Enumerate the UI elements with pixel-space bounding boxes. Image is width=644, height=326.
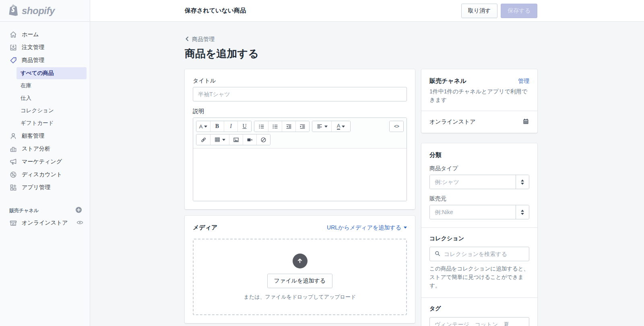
caret-down-icon xyxy=(521,183,524,185)
bold-button[interactable]: B xyxy=(210,121,224,132)
sidebar-item-marketing[interactable]: マーケティング xyxy=(0,155,90,168)
sidebar: ホーム 注文管理 商品管理 すべての商品 在庫 仕入 コレクション ギフトカード xyxy=(0,22,90,326)
view-store-eye-icon[interactable] xyxy=(76,220,83,227)
media-card: メディア URLからメディアを追加する ファイルを追加する または、ファイルをド… xyxy=(185,216,415,323)
product-type-combobox xyxy=(429,175,529,189)
sidebar-subitem-transfers[interactable]: 仕入 xyxy=(17,92,87,104)
chevron-down-icon xyxy=(204,126,207,128)
vendor-input[interactable] xyxy=(430,205,516,219)
indent-icon xyxy=(299,123,306,130)
collections-searchbox xyxy=(429,247,529,261)
sidebar-item-home[interactable]: ホーム xyxy=(0,28,90,41)
schedule-calendar-icon[interactable] xyxy=(522,118,529,126)
sales-channels-section: 販売チャネル xyxy=(0,204,90,217)
indent-button[interactable] xyxy=(295,121,309,132)
media-title: メディア xyxy=(193,224,217,231)
chevron-down-icon xyxy=(404,227,407,229)
tags-label: タグ xyxy=(429,305,441,312)
discounts-icon xyxy=(9,171,17,179)
alignment-button[interactable] xyxy=(312,121,331,132)
shopify-logo[interactable]: shopify xyxy=(0,0,90,21)
outdent-button[interactable] xyxy=(282,121,295,132)
clear-formatting-button[interactable] xyxy=(256,134,270,145)
discard-button[interactable]: 取り消す xyxy=(461,4,498,18)
add-files-button[interactable]: ファイルを追加する xyxy=(267,274,332,288)
underline-button[interactable]: U xyxy=(237,121,251,132)
sidebar-item-analytics[interactable]: ストア分析 xyxy=(0,142,90,155)
caret-up-icon xyxy=(521,210,524,212)
sales-channels-title: 販売チャネル xyxy=(429,77,466,85)
sales-channels-card: 販売チャネル 管理 1件中1件のチャネルとアプリで利用できます オンラインストア xyxy=(421,69,537,133)
numbered-list-button[interactable] xyxy=(268,121,282,132)
insert-image-button[interactable] xyxy=(229,134,243,145)
sidebar-item-apps[interactable]: アプリ管理 xyxy=(0,181,90,194)
insert-table-button[interactable] xyxy=(210,134,229,145)
link-icon xyxy=(200,136,207,143)
product-type-label: 商品タイプ xyxy=(429,165,529,172)
chevron-down-icon xyxy=(222,139,225,141)
sidebar-subitem-collections[interactable]: コレクション xyxy=(17,105,87,117)
vendor-combobox xyxy=(429,205,529,219)
sidebar-item-label: オンラインストア xyxy=(22,219,68,227)
bulleted-list-button[interactable] xyxy=(254,121,268,132)
products-tag-icon xyxy=(9,56,17,64)
description-label: 説明 xyxy=(193,108,407,115)
sales-channels-availability: 1件中1件のチャネルとアプリで利用できます xyxy=(429,87,529,104)
sidebar-item-discounts[interactable]: ディスカウント xyxy=(0,168,90,181)
sidebar-subitem-all-products[interactable]: すべての商品 xyxy=(17,67,87,79)
collections-help-text: この商品をコレクションに追加すると、ストアで簡単に見つけることができます。 xyxy=(429,265,529,290)
breadcrumb[interactable]: 商品管理 xyxy=(185,36,215,43)
page-title: 商品を追加する xyxy=(185,47,644,61)
sidebar-subitem-gift-cards[interactable]: ギフトカード xyxy=(17,117,87,129)
sidebar-subitem-inventory[interactable]: 在庫 xyxy=(17,80,87,92)
italic-button[interactable]: I xyxy=(224,121,237,132)
manage-sales-channels-link[interactable]: 管理 xyxy=(518,78,529,85)
text-color-button[interactable]: A xyxy=(331,121,350,132)
sidebar-item-products[interactable]: 商品管理 xyxy=(0,54,90,67)
product-type-input[interactable] xyxy=(430,175,516,189)
sidebar-item-label: 商品管理 xyxy=(22,57,44,64)
online-store-channel-label: オンラインストア xyxy=(429,118,476,126)
vendor-spinner[interactable] xyxy=(516,205,529,219)
add-sales-channel-icon[interactable] xyxy=(76,207,82,214)
orders-icon xyxy=(9,43,17,52)
media-dropzone[interactable]: ファイルを追加する または、ファイルをドロップしてアップロード xyxy=(193,239,407,315)
chevron-down-icon xyxy=(324,126,328,128)
description-textarea[interactable] xyxy=(193,149,407,201)
product-type-spinner[interactable] xyxy=(516,175,529,189)
numbered-list-icon xyxy=(272,123,279,130)
sidebar-item-label: ディスカウント xyxy=(22,171,62,178)
organization-title: 分類 xyxy=(429,151,442,158)
title-label: タイトル xyxy=(193,77,407,85)
title-input[interactable] xyxy=(193,87,407,101)
sidebar-item-label: ストア分析 xyxy=(22,145,50,153)
sidebar-item-label: マーケティング xyxy=(22,158,62,165)
drop-files-hint: または、ファイルをドロップしてアップロード xyxy=(244,293,356,301)
main-content: 商品管理 商品を追加する タイトル 説明 A xyxy=(90,22,644,326)
add-media-from-url-link[interactable]: URLからメディアを追加する xyxy=(327,224,407,231)
topbar-actions: 取り消す 保存する xyxy=(461,4,537,18)
outdent-icon xyxy=(285,123,292,130)
sidebar-item-label: アプリ管理 xyxy=(22,184,50,191)
top-bar: shopify 保存されていない商品 取り消す 保存する xyxy=(0,0,644,22)
sidebar-item-label: 注文管理 xyxy=(22,44,44,51)
caret-down-icon xyxy=(521,213,524,215)
apps-icon xyxy=(9,184,17,192)
insert-video-button[interactable] xyxy=(243,134,256,145)
html-code-button[interactable]: <> xyxy=(390,121,403,132)
font-style-button[interactable]: A xyxy=(196,121,210,132)
unsaved-product-title: 保存されていない商品 xyxy=(185,7,246,14)
align-left-icon xyxy=(316,123,323,130)
home-icon xyxy=(9,31,17,39)
insert-link-button[interactable] xyxy=(196,134,210,145)
tags-input[interactable] xyxy=(429,317,529,326)
sidebar-item-orders[interactable]: 注文管理 xyxy=(0,41,90,54)
sidebar-item-customers[interactable]: 顧客管理 xyxy=(0,130,90,142)
customers-icon xyxy=(9,132,17,140)
chevron-left-icon xyxy=(185,36,190,43)
sidebar-item-online-store[interactable]: オンラインストア xyxy=(0,217,90,229)
collections-search-input[interactable] xyxy=(444,251,524,257)
table-icon xyxy=(214,136,221,143)
save-button[interactable]: 保存する xyxy=(501,4,537,18)
description-editor: A B I U xyxy=(193,118,407,201)
